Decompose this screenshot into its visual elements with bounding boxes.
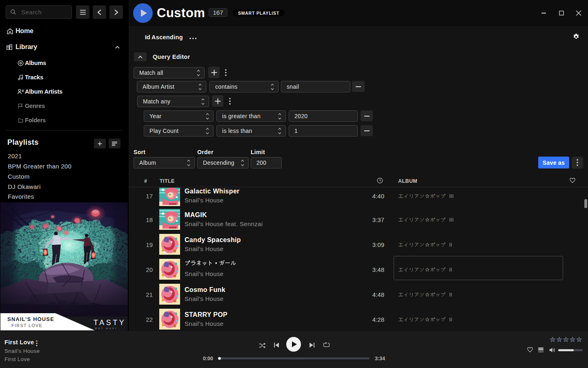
- svg-text:FIRST LOVE: FIRST LOVE: [11, 323, 42, 328]
- svg-text:SNAIL’S HOUSE: SNAIL’S HOUSE: [7, 316, 54, 322]
- svg-text:TASTY: TASTY: [94, 319, 126, 327]
- svg-text:BST.MAXI: BST.MAXI: [95, 327, 118, 330]
